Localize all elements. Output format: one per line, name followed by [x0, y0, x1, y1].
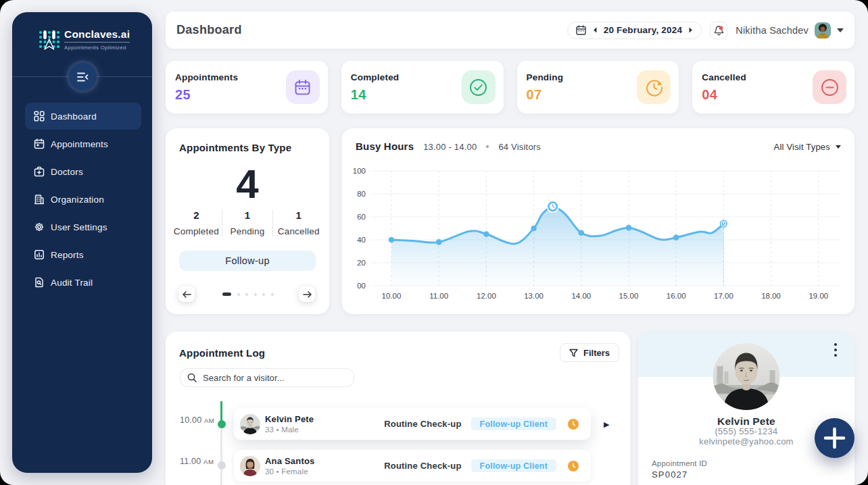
stats-row: Appointments25Completed14Pending07Cancel… [166, 61, 854, 113]
brand-tagline: Appointments Optimized [64, 45, 130, 51]
calendar-icon [576, 25, 586, 35]
detail-avatar [713, 343, 780, 410]
appointment-log-card: Appointment Log Filters 10.00 AMKelvin P… [166, 332, 630, 485]
carousel-dot[interactable] [222, 292, 231, 296]
by-type-title: Appointments By Type [179, 142, 291, 153]
topbar: Dashboard 20 February, 2024 [166, 11, 854, 49]
by-type-col-cancelled: 1Cancelled [272, 209, 324, 236]
svg-text:60: 60 [357, 213, 366, 221]
sidebar-item-label: User Settings [51, 222, 107, 232]
svg-text:16.00: 16.00 [667, 292, 686, 300]
by-type-col-completed: 2Completed [171, 209, 222, 236]
brand-name: Conclaves.ai [64, 28, 130, 43]
carousel-dot[interactable] [245, 293, 248, 296]
by-type-col-label: Cancelled [273, 226, 324, 236]
search-input[interactable] [203, 373, 347, 383]
busy-hours-title: Busy Hours [356, 141, 414, 152]
visitor-name: Ana Santos [265, 456, 315, 466]
busy-hours-chart: 002040608010010.0011.0012.0013.0014.0015… [342, 128, 854, 314]
svg-text:13.00: 13.00 [524, 292, 544, 300]
carousel-dots[interactable] [222, 292, 274, 296]
arrow-left-icon [183, 291, 191, 298]
appointment-row[interactable]: Ana Santos30 • FemaleRoutine Check-upFol… [234, 450, 591, 482]
svg-text:18.00: 18.00 [761, 292, 781, 300]
stat-value: 25 [175, 87, 238, 103]
minus-circle-icon [813, 70, 846, 104]
calendar-icon [286, 70, 320, 104]
search-icon [187, 373, 197, 382]
date-prev-icon[interactable] [593, 27, 597, 33]
sidebar-item-appointments[interactable]: Appointments [25, 130, 141, 157]
visit-type-filter[interactable]: All Visit Types [774, 142, 841, 152]
visitor-avatar [240, 456, 260, 476]
sidebar: Conclaves.ai Appointments Optimized Dash… [12, 12, 152, 473]
stat-card-appointments: Appointments25 [166, 61, 328, 113]
page-title: Dashboard [176, 23, 242, 37]
notifications-button[interactable] [710, 22, 727, 39]
appointment-id-label: Appointment ID [652, 459, 707, 467]
pending-clock-icon [637, 70, 671, 104]
by-type-tag[interactable]: Follow-up [179, 251, 316, 271]
svg-text:80: 80 [357, 190, 366, 198]
notification-dot [719, 26, 723, 30]
carousel-dot[interactable] [271, 293, 274, 296]
carousel-next-button[interactable] [299, 286, 315, 302]
stat-card-cancelled: Cancelled04 [692, 61, 854, 113]
filters-button[interactable]: Filters [560, 343, 619, 362]
filters-label: Filters [583, 348, 610, 358]
svg-text:17.00: 17.00 [714, 292, 733, 300]
svg-text:11.00: 11.00 [429, 292, 448, 300]
sidebar-item-organization[interactable]: Organization [25, 186, 141, 213]
sidebar-collapse-button[interactable] [69, 63, 97, 91]
svg-text:19.00: 19.00 [809, 292, 828, 300]
stat-value: 14 [351, 87, 400, 103]
sidebar-item-label: Appointments [51, 139, 108, 149]
busy-hours-visitors: 64 Visitors [498, 142, 541, 152]
visitor-meta: 30 • Female [265, 467, 315, 476]
by-type-total: 4 [166, 161, 329, 207]
carousel-prev-button[interactable] [178, 286, 195, 302]
by-type-col-label: Pending [222, 226, 273, 236]
sidebar-item-reports[interactable]: Reports [25, 241, 141, 268]
sidebar-item-dashboard[interactable]: Dashboard [25, 103, 141, 130]
add-appointment-fab[interactable] [815, 418, 854, 458]
date-picker[interactable]: 20 February, 2024 [567, 22, 702, 39]
appointments-by-type-card: Appointments By Type 4 2Completed1Pendin… [166, 128, 329, 314]
busy-hours-range: 13.00 - 14.00 [423, 142, 477, 152]
by-type-col-pending: 1Pending [222, 209, 273, 236]
row-expand-chevron-icon[interactable]: ▶ [604, 420, 609, 429]
stat-value: 04 [702, 87, 746, 103]
separator-dot [486, 145, 489, 148]
arrow-right-icon [303, 291, 312, 298]
sidebar-item-audit-trail[interactable]: Audit Trail [25, 269, 141, 296]
by-type-breakdown: 2Completed1Pending1Cancelled [171, 209, 324, 236]
busy-hours-card: Busy Hours 13.00 - 14.00 64 Visitors All… [342, 128, 854, 314]
carousel-dot[interactable] [237, 293, 240, 296]
reports-icon [34, 249, 45, 260]
sidebar-item-user-settings[interactable]: User Settings [25, 213, 141, 240]
appointment-row[interactable]: Kelvin Pete33 • MaleRoutine Check-upFoll… [234, 408, 591, 440]
sidebar-item-doctors[interactable]: Doctors [25, 158, 141, 185]
sidebar-item-label: Doctors [51, 167, 83, 177]
doctors-icon [34, 166, 45, 177]
sidebar-item-label: Audit Trail [51, 278, 93, 288]
sidebar-item-label: Organization [51, 195, 104, 205]
carousel-dot[interactable] [254, 293, 257, 296]
visit-type-filter-label: All Visit Types [774, 142, 830, 152]
client-badge: Follow-up Client [471, 417, 556, 430]
user-settings-icon [34, 222, 45, 232]
pending-clock-icon [568, 419, 579, 430]
menu-fold-icon [77, 72, 89, 82]
carousel-dot[interactable] [262, 293, 265, 296]
profile-caret-icon [837, 28, 844, 32]
stat-card-pending: Pending07 [517, 61, 679, 113]
stat-label: Pending [527, 72, 564, 82]
detail-menu-button[interactable] [829, 342, 842, 358]
timeline-dot-current [218, 420, 226, 428]
date-next-icon[interactable] [689, 27, 693, 33]
by-type-col-label: Completed [171, 226, 222, 236]
visit-type: Routine Check-up [384, 461, 461, 471]
brand-mark-icon [39, 30, 59, 50]
profile-menu[interactable]: Nikitha Sachdev [736, 22, 844, 39]
visit-type: Routine Check-up [384, 419, 461, 429]
